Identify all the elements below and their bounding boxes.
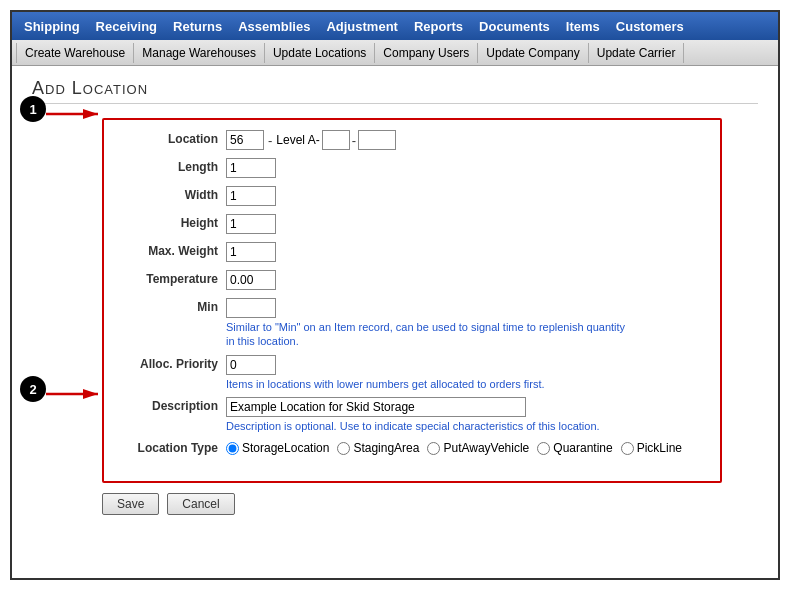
page-title: Add Location xyxy=(32,78,758,104)
min-hint: Similar to "Min" on an Item record, can … xyxy=(226,320,626,349)
location-input-main[interactable] xyxy=(226,130,264,150)
level-label: Level A- xyxy=(276,133,319,147)
radio-storage-location[interactable]: StorageLocation xyxy=(226,441,329,455)
nav-items[interactable]: Items xyxy=(558,15,608,38)
length-input[interactable] xyxy=(226,158,276,178)
nav-company-users[interactable]: Company Users xyxy=(375,43,478,63)
annotation-1: 1 xyxy=(20,96,46,122)
nav-receiving[interactable]: Receiving xyxy=(88,15,165,38)
location-type-row: Location Type StorageLocation StagingAre… xyxy=(118,439,706,461)
location-input-sub[interactable] xyxy=(358,130,396,150)
width-input[interactable] xyxy=(226,186,276,206)
length-row: Length xyxy=(118,158,706,180)
nav-assemblies[interactable]: Assemblies xyxy=(230,15,318,38)
nav-returns[interactable]: Returns xyxy=(165,15,230,38)
location-type-label: Location Type xyxy=(118,439,218,455)
nav-shipping[interactable]: Shipping xyxy=(16,15,88,38)
page-content: 1 2 Add Location xyxy=(12,66,778,527)
min-input[interactable] xyxy=(226,298,276,318)
nav-documents[interactable]: Documents xyxy=(471,15,558,38)
location-input-level[interactable] xyxy=(322,130,350,150)
nav-update-carrier[interactable]: Update Carrier xyxy=(589,43,685,63)
min-row: Min Similar to "Min" on an Item record, … xyxy=(118,298,706,349)
height-label: Height xyxy=(118,214,218,230)
arrow-1 xyxy=(46,104,106,124)
nav-update-company[interactable]: Update Company xyxy=(478,43,588,63)
nav-manage-warehouses[interactable]: Manage Warehouses xyxy=(134,43,265,63)
length-label: Length xyxy=(118,158,218,174)
radio-pick-line[interactable]: PickLine xyxy=(621,441,682,455)
temperature-row: Temperature xyxy=(118,270,706,292)
height-input[interactable] xyxy=(226,214,276,234)
max-weight-input[interactable] xyxy=(226,242,276,262)
radio-quarantine[interactable]: Quarantine xyxy=(537,441,612,455)
nav-create-warehouse[interactable]: Create Warehouse xyxy=(16,43,134,63)
description-label: Description xyxy=(118,397,218,413)
width-label: Width xyxy=(118,186,218,202)
main-window: Shipping Receiving Returns Assemblies Ad… xyxy=(10,10,780,580)
location-type-radios: StorageLocation StagingArea PutAwayVehic… xyxy=(226,439,682,455)
annotation-2: 2 xyxy=(20,376,46,402)
cancel-button[interactable]: Cancel xyxy=(167,493,234,515)
save-button[interactable]: Save xyxy=(102,493,159,515)
nav-adjustment[interactable]: Adjustment xyxy=(318,15,406,38)
description-input[interactable] xyxy=(226,397,526,417)
alloc-priority-hint: Items in locations with lower numbers ge… xyxy=(226,377,545,391)
primary-nav: Shipping Receiving Returns Assemblies Ad… xyxy=(12,12,778,40)
description-row: Description Description is optional. Use… xyxy=(118,397,706,433)
temperature-input[interactable] xyxy=(226,270,276,290)
description-hint: Description is optional. Use to indicate… xyxy=(226,419,600,433)
form-buttons: Save Cancel xyxy=(102,493,758,515)
alloc-priority-input[interactable] xyxy=(226,355,276,375)
radio-staging-area[interactable]: StagingArea xyxy=(337,441,419,455)
nav-update-locations[interactable]: Update Locations xyxy=(265,43,375,63)
width-row: Width xyxy=(118,186,706,208)
min-label: Min xyxy=(118,298,218,314)
nav-customers[interactable]: Customers xyxy=(608,15,692,38)
location-label: Location xyxy=(118,130,218,146)
add-location-form: Location - Level A- - Length xyxy=(102,118,722,483)
height-row: Height xyxy=(118,214,706,236)
max-weight-row: Max. Weight xyxy=(118,242,706,264)
secondary-nav: Create Warehouse Manage Warehouses Updat… xyxy=(12,40,778,66)
radio-putaway-vehicle[interactable]: PutAwayVehicle xyxy=(427,441,529,455)
max-weight-label: Max. Weight xyxy=(118,242,218,258)
location-row: Location - Level A- - xyxy=(118,130,706,152)
arrow-2 xyxy=(46,384,106,404)
nav-reports[interactable]: Reports xyxy=(406,15,471,38)
temperature-label: Temperature xyxy=(118,270,218,286)
alloc-priority-label: Alloc. Priority xyxy=(118,355,218,371)
alloc-priority-row: Alloc. Priority Items in locations with … xyxy=(118,355,706,391)
